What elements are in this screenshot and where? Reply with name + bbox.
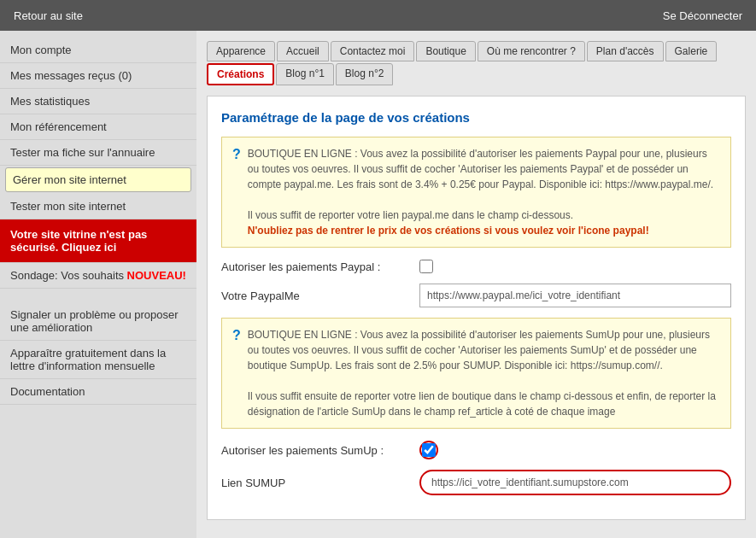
- tab-bar: Apparence Accueil Contactez moi Boutique…: [207, 41, 746, 85]
- tab-blog-n1[interactable]: Blog n°1: [276, 63, 334, 85]
- info-icon-sumup: ?: [232, 328, 241, 419]
- sumup-label: Autoriser les paiements SumUp :: [221, 444, 409, 457]
- sidebar-item-signaler[interactable]: Signaler un problème ou proposer une amé…: [0, 302, 196, 341]
- paypal-label: Autoriser les paiements Paypal :: [221, 260, 409, 273]
- sidebar-item-mes-statistiques[interactable]: Mes statistiques: [0, 89, 196, 114]
- info-text-paypal: BOUTIQUE EN LIGNE : Vous avez la possibi…: [248, 146, 720, 238]
- sidebar-item-mes-messages[interactable]: Mes messages reçus (0): [0, 63, 196, 89]
- sidebar: Mon compte Mes messages reçus (0) Mes st…: [0, 31, 196, 538]
- tab-creations[interactable]: Créations: [207, 63, 274, 85]
- tab-accueil[interactable]: Accueil: [277, 41, 329, 61]
- sidebar-item-mon-referencement[interactable]: Mon référencement: [0, 114, 196, 140]
- sidebar-item-gerer-site[interactable]: Gérer mon site internet: [5, 167, 191, 192]
- sumup-checkbox[interactable]: [422, 443, 436, 457]
- new-badge: NOUVEAU!: [127, 269, 186, 282]
- sidebar-item-apparaitre[interactable]: Apparaître gratuitement dans la lettre d…: [0, 341, 196, 379]
- lien-sumup-input[interactable]: [419, 470, 731, 495]
- lien-sumup-label: Lien SUMUP: [221, 477, 409, 489]
- info-box-paypal: ? BOUTIQUE EN LIGNE : Vous avez la possi…: [221, 137, 731, 248]
- paypalme-row: Votre PaypalMe: [221, 284, 731, 307]
- layout: Mon compte Mes messages reçus (0) Mes st…: [0, 31, 756, 538]
- sumup-checkbox-row: Autoriser les paiements SumUp :: [221, 441, 731, 459]
- tab-blog-n2[interactable]: Blog n°2: [336, 63, 394, 85]
- tab-boutique[interactable]: Boutique: [416, 41, 475, 61]
- paypalme-label: Votre PaypalMe: [221, 289, 409, 302]
- info-box-sumup: ? BOUTIQUE EN LIGNE : Vous avez la possi…: [221, 318, 731, 429]
- tab-galerie[interactable]: Galerie: [665, 41, 718, 61]
- sidebar-item-documentation[interactable]: Documentation: [0, 379, 196, 405]
- sumup-checkbox-highlight: [419, 441, 438, 459]
- info-text-sumup: BOUTIQUE EN LIGNE : Vous avez la possibi…: [248, 327, 720, 419]
- tab-apparence[interactable]: Apparence: [207, 41, 275, 61]
- sidebar-item-tester-fiche[interactable]: Tester ma fiche sur l'annuaire: [0, 140, 196, 166]
- sidebar-item-mon-compte[interactable]: Mon compte: [0, 38, 196, 63]
- back-to-site-link[interactable]: Retour au site: [14, 9, 83, 22]
- tab-plan-dacces[interactable]: Plan d'accès: [587, 41, 664, 61]
- tab-contactez-moi[interactable]: Contactez moi: [331, 41, 415, 61]
- content-box: Paramétrage de la page de vos créations …: [207, 96, 746, 520]
- sidebar-item-site-securise[interactable]: Votre site vitrine n'est pas sécurisé. C…: [0, 219, 196, 263]
- sidebar-item-tester-site[interactable]: Tester mon site internet: [0, 194, 196, 219]
- main-content: Apparence Accueil Contactez moi Boutique…: [196, 31, 756, 538]
- logout-link[interactable]: Se Déconnecter: [663, 9, 742, 22]
- tab-ou-me-rencontrer[interactable]: Où me rencontrer ?: [478, 41, 585, 61]
- paypal-checkbox[interactable]: [419, 260, 433, 273]
- top-bar: Retour au site Se Déconnecter: [0, 0, 756, 31]
- sidebar-item-sondage[interactable]: Sondage: Vos souhaits NOUVEAU!: [0, 263, 196, 289]
- paypal-checkbox-row: Autoriser les paiements Paypal :: [221, 260, 731, 273]
- lien-sumup-row: Lien SUMUP: [221, 470, 731, 495]
- info-icon-paypal: ?: [232, 147, 241, 238]
- paypalme-input[interactable]: [419, 284, 731, 307]
- page-title: Paramétrage de la page de vos créations: [221, 110, 731, 125]
